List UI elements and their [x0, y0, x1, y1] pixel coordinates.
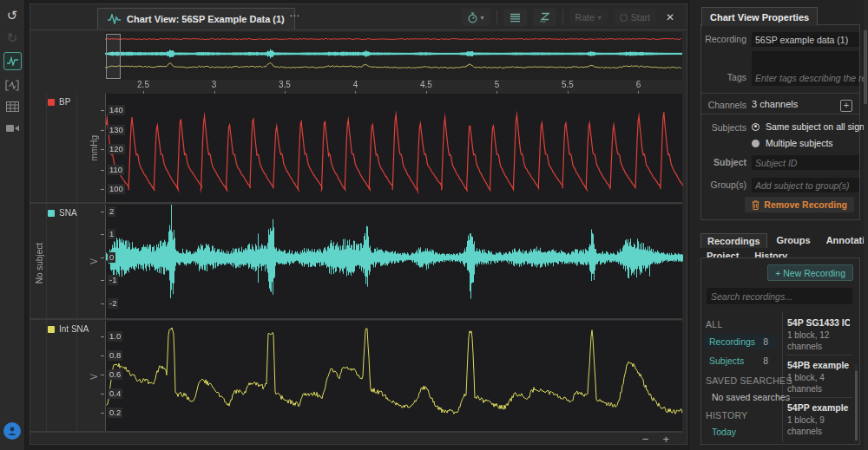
recording-card[interactable]: 54P SG1433 IC...1 block, 12 channels: [787, 317, 850, 352]
rate-label: Rate: [575, 12, 595, 23]
channel-color-swatch: [48, 210, 55, 217]
nav-item-count: 8: [763, 336, 768, 347]
y-tick-mark: [101, 234, 104, 235]
radio-unselected-icon: [752, 140, 760, 147]
channel-legend: SNA: [48, 208, 77, 218]
record-dot-icon: [620, 14, 628, 22]
table-icon[interactable]: [0, 96, 24, 117]
radio-multiple-subjects[interactable]: Multiple subjects: [752, 138, 833, 148]
overview-strip[interactable]: [105, 32, 682, 80]
y-tick-label: 120: [108, 144, 125, 154]
y-tick-mark: [101, 212, 104, 212]
y-tick-mark: [101, 189, 104, 190]
time-tick-label: 2.5: [137, 80, 149, 89]
y-tick-mark: [101, 170, 104, 171]
chart-view-tab[interactable]: Chart View: 56SP Example Data (1): [97, 8, 295, 29]
time-tick-label: 6: [636, 80, 641, 89]
nav-item-subjects[interactable]: Subjects8: [704, 354, 777, 368]
list-scrollbar-thumb[interactable]: [855, 371, 858, 440]
channel-layout-button[interactable]: [503, 9, 527, 26]
y-tick-label: 0.8: [108, 350, 122, 361]
tab-menu-button[interactable]: ⋯: [289, 10, 300, 22]
start-sampling-button[interactable]: Start: [614, 9, 656, 26]
radio-same-subject[interactable]: Same subject on all signals: [752, 121, 868, 132]
tags-label: Tags: [701, 72, 746, 82]
properties-panel-tab[interactable]: Chart View Properties: [701, 7, 818, 26]
redo-icon[interactable]: ↻: [0, 28, 24, 49]
channel-row-int-sna: Int SNAV1.00.80.60.40.2: [30, 321, 682, 432]
channels-bottom-border: [30, 431, 682, 433]
new-recording-button[interactable]: + New Recording: [767, 264, 853, 281]
no-saved-searches-label: No saved searches: [712, 392, 790, 402]
y-tick-mark: [101, 149, 104, 150]
panel-scrollbar-thumb[interactable]: [864, 30, 867, 104]
y-tick-label: 2: [108, 206, 115, 217]
chart-view-icon[interactable]: [0, 50, 24, 71]
recording-name: 54P SG1433 IC...: [787, 317, 850, 328]
recording-card[interactable]: 54PB example ...1 block, 4 channels: [787, 360, 850, 395]
close-icon[interactable]: ✕: [666, 11, 674, 23]
search-recordings-input[interactable]: [707, 288, 852, 304]
nav-item-today[interactable]: Today: [712, 427, 736, 437]
channel-trace-canvas: [106, 205, 683, 318]
y-tick-label: 100: [108, 184, 125, 194]
subjects-label: Subjects: [701, 122, 746, 133]
recording-card[interactable]: 54PP example ...1 block, 9 channels: [787, 402, 850, 437]
radio-selected-icon: [752, 123, 760, 131]
recording-meta: 1 block, 9 channels: [787, 414, 850, 437]
y-tick-label: 140: [108, 105, 125, 115]
channel-legend: BP: [48, 97, 70, 107]
channel-name: BP: [59, 97, 70, 107]
tab-recordings[interactable]: Recordings: [700, 233, 767, 248]
time-tick-label: 3.5: [279, 80, 291, 89]
overview-canvas: [105, 32, 682, 80]
subject-label: Subject: [701, 157, 746, 167]
time-tick-label: 3: [212, 80, 217, 89]
chart-view-window: Chart View: 56SP Example Data (1) ⋯ ▾ Ra…: [30, 3, 687, 445]
channel-plot-3[interactable]: 1.00.80.60.40.2: [105, 321, 682, 432]
y-tick-mark: [101, 394, 104, 395]
subject-id-input[interactable]: [752, 155, 859, 170]
channel-divider: [30, 318, 682, 320]
channel-row-sna: SNAV210-1-2: [30, 205, 682, 318]
stacked-lines-icon: [510, 13, 521, 23]
rate-dropdown-button[interactable]: Rate ▾: [569, 9, 608, 26]
y-tick-label: 130: [108, 125, 125, 135]
y-tick-label: 110: [108, 165, 124, 175]
properties-panel: Recording Tags Enter tags describing the…: [700, 24, 860, 220]
y-tick-mark: [101, 375, 104, 375]
time-tick-label: 4: [353, 80, 358, 89]
zoom-out-button[interactable]: −: [642, 434, 649, 445]
nav-item-recordings[interactable]: Recordings8: [704, 335, 777, 349]
chart-view-active-box: [3, 52, 22, 70]
tab-groups[interactable]: Groups: [771, 233, 817, 248]
signal-icon[interactable]: [0, 75, 24, 95]
recording-name-input[interactable]: [752, 32, 859, 47]
sample-z-icon: [539, 12, 550, 23]
add-channel-icon[interactable]: +: [840, 100, 852, 112]
channel-row-bp: BPmmHg140130120110100: [30, 94, 682, 202]
tab-annotations[interactable]: Annotations: [820, 233, 868, 248]
zoom-in-button[interactable]: +: [662, 434, 669, 445]
trash-icon: [752, 200, 760, 210]
channel-color-swatch: [48, 326, 55, 333]
undo-icon[interactable]: ↺: [0, 5, 24, 26]
channels-area: No subject BPmmHg140130120110100SNAV210-…: [30, 94, 682, 433]
y-tick-mark: [101, 355, 104, 356]
video-icon[interactable]: [0, 118, 24, 139]
sampling-button[interactable]: [533, 9, 556, 26]
tags-input[interactable]: Enter tags describing the recording: [752, 51, 859, 86]
user-avatar[interactable]: [3, 422, 21, 440]
remove-recording-button[interactable]: Remove Recording: [745, 197, 854, 212]
divider: [701, 93, 859, 94]
channels-label: Channels: [701, 100, 746, 110]
overview-selection-handle[interactable]: [106, 34, 121, 79]
chart-tab-title: Chart View: 56SP Example Data (1): [127, 14, 285, 24]
channel-plot-1[interactable]: 140130120110100: [105, 94, 682, 202]
channel-unit-label: mmHg: [89, 135, 99, 160]
channel-plot-2[interactable]: 210-1-2: [105, 205, 682, 318]
timer-dropdown-button[interactable]: ▾: [462, 9, 490, 26]
groups-input[interactable]: [752, 178, 859, 192]
stopwatch-icon: [468, 12, 477, 23]
toolbar-separator: [562, 10, 563, 25]
